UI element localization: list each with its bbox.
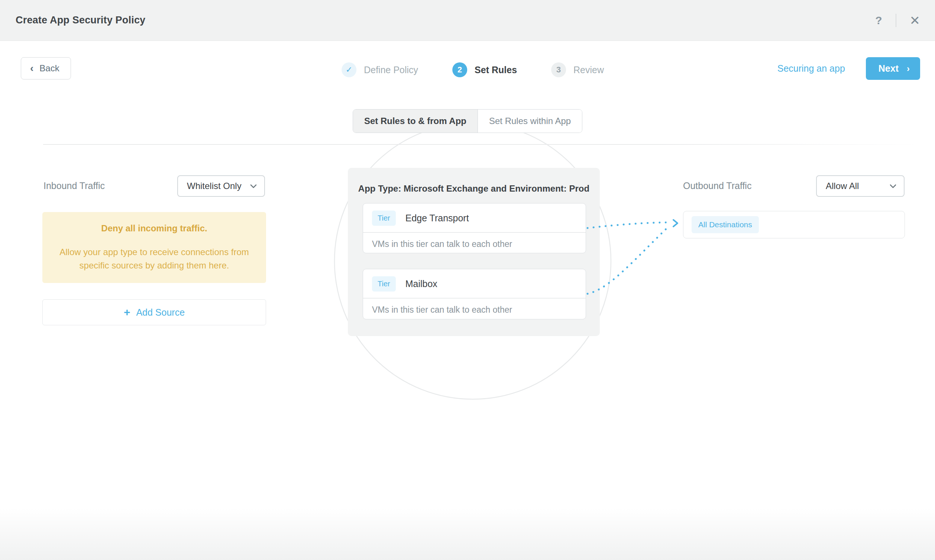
add-source-button[interactable]: + Add Source: [42, 299, 266, 325]
notice-body: Allow your app type to receive connectio…: [58, 245, 250, 272]
next-button[interactable]: Next ›: [866, 57, 920, 80]
all-destinations-chip[interactable]: All Destinations: [691, 216, 759, 233]
securing-an-app-link[interactable]: Securing an app: [778, 63, 845, 74]
tab-set-rules-to-from-app[interactable]: Set Rules to & from App: [353, 109, 478, 132]
step-define-policy[interactable]: ✓ Define Policy: [341, 62, 418, 77]
wizard-right-actions: Securing an app Next ›: [778, 57, 920, 80]
tier-name: Mailbox: [406, 278, 437, 289]
inbound-deny-notice: Deny all incoming traffic. Allow your ap…: [42, 212, 266, 283]
outbound-mode-select[interactable]: Allow All: [816, 175, 904, 197]
outbound-mode-value: Allow All: [826, 181, 859, 191]
help-icon[interactable]: ?: [872, 12, 886, 29]
tier-badge: Tier: [372, 276, 396, 292]
next-chevron-icon: ›: [907, 65, 910, 72]
destinations-box: All Destinations: [683, 211, 905, 238]
header-actions: ? ✕: [872, 0, 924, 41]
wizard-bar: ‹ Back ✓ Define Policy 2 Set Rules 3 Rev…: [0, 41, 935, 96]
rules-scope-tabs: Set Rules to & from App Set Rules within…: [353, 109, 582, 133]
tier-card-mailbox[interactable]: Tier Mailbox VMs in this tier can talk t…: [363, 269, 586, 319]
tier-description: VMs in this tier can talk to each other: [363, 233, 586, 255]
app-panel: App Type: Microsoft Exchange and Environ…: [348, 168, 600, 336]
stepper: ✓ Define Policy 2 Set Rules 3 Review: [341, 62, 604, 77]
step-label: Define Policy: [364, 65, 418, 75]
tab-set-rules-within-app[interactable]: Set Rules within App: [478, 109, 582, 132]
step-label: Set Rules: [475, 65, 517, 75]
back-button-label: Back: [39, 63, 59, 74]
dialog-title: Create App Security Policy: [15, 14, 145, 26]
bottom-fade: [0, 508, 935, 560]
inbound-traffic-label: Inbound Traffic: [43, 180, 105, 191]
inbound-mode-value: Whitelist Only: [187, 181, 242, 191]
content-divider: [43, 144, 922, 145]
tier-description: VMs in this tier can talk to each other: [363, 298, 586, 321]
connector-arrow-icon: [673, 220, 677, 226]
chevron-down-icon: [890, 184, 896, 188]
tier-card-header: Tier Edge Transport: [363, 203, 586, 232]
notice-title: Deny all incoming traffic.: [101, 223, 207, 234]
tier-card-header: Tier Mailbox: [363, 269, 586, 298]
close-icon[interactable]: ✕: [906, 12, 924, 29]
step-review[interactable]: 3 Review: [551, 62, 604, 77]
outbound-traffic-label: Outbound Traffic: [683, 180, 751, 191]
inbound-mode-select[interactable]: Whitelist Only: [177, 175, 265, 197]
back-button[interactable]: ‹ Back: [21, 57, 71, 80]
header-divider: [896, 14, 896, 27]
next-button-label: Next: [878, 63, 899, 74]
step-check-icon: ✓: [341, 62, 356, 77]
add-source-label: Add Source: [136, 307, 185, 318]
step-number-badge: 2: [452, 62, 467, 77]
tier-card-edge-transport[interactable]: Tier Edge Transport VMs in this tier can…: [363, 203, 586, 253]
tabs-wrap: Set Rules to & from App Set Rules within…: [0, 109, 935, 133]
plus-icon: +: [124, 308, 130, 317]
step-set-rules[interactable]: 2 Set Rules: [452, 62, 517, 77]
dialog-header: Create App Security Policy ? ✕: [0, 0, 935, 41]
back-chevron-icon: ‹: [30, 65, 34, 72]
tier-name: Edge Transport: [406, 213, 469, 223]
app-panel-title: App Type: Microsoft Exchange and Environ…: [348, 183, 600, 194]
chevron-down-icon: [250, 184, 257, 188]
step-number-badge: 3: [551, 62, 566, 77]
tier-badge: Tier: [372, 211, 396, 226]
step-label: Review: [573, 65, 604, 75]
